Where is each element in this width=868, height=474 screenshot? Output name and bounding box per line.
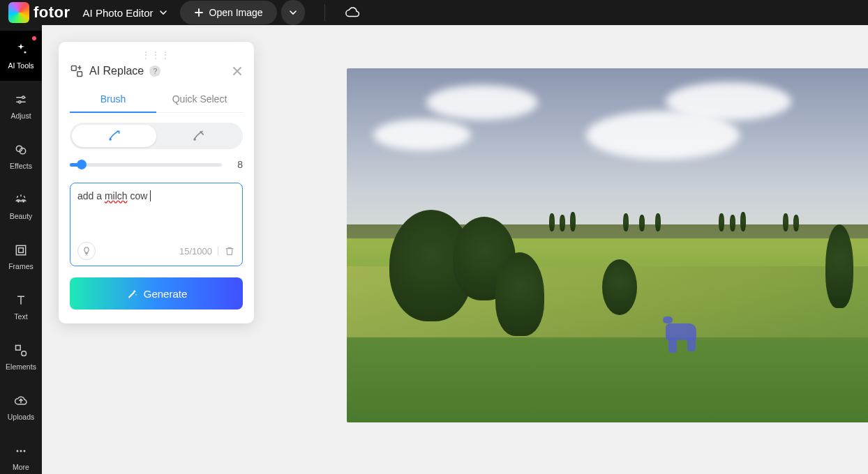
sidebar-item-label: Beauty [10, 212, 33, 220]
brush-mode-toggle [70, 123, 243, 149]
ai-replace-icon [70, 64, 84, 78]
sidebar-item-label: Adjust [10, 112, 31, 120]
generate-label: Generate [144, 288, 188, 300]
cloud-icon [345, 5, 360, 20]
sidebar-item-beauty[interactable]: Beauty [0, 181, 42, 231]
panel-header: AI Replace ? [70, 64, 243, 78]
sidebar-item-label: Effects [10, 162, 32, 170]
sidebar-item-label: Elements [6, 362, 36, 371]
help-icon[interactable]: ? [149, 66, 160, 77]
prompt-textarea[interactable]: add a milch cow [77, 190, 235, 236]
panel-tabs: Brush Quick Select [70, 88, 243, 113]
sidebar-item-label: Text [14, 312, 27, 321]
upload-icon [13, 393, 29, 408]
svg-point-9 [22, 351, 27, 356]
brush-add-icon [107, 129, 121, 143]
sidebar-item-adjust[interactable]: Adjust [0, 81, 42, 131]
generate-button[interactable]: Generate [70, 277, 243, 309]
open-image-group: Open Image [180, 0, 305, 25]
char-count: 15/1000 [179, 246, 212, 257]
canvas-image[interactable] [347, 68, 868, 422]
prompt-input-box: add a milch cow 15/1000 [70, 183, 243, 266]
brush-size-value: 8 [230, 159, 243, 170]
sparkle-icon [13, 42, 29, 57]
editor-mode-label: AI Photo Editor [83, 7, 154, 19]
sidebar-item-elements[interactable]: Elements [0, 332, 42, 382]
sidebar-item-text[interactable]: Text [0, 282, 42, 332]
drag-handle-icon[interactable]: ⋮⋮⋮ [70, 50, 243, 60]
editor-mode-dropdown[interactable]: AI Photo Editor [83, 7, 167, 19]
close-button[interactable] [232, 66, 243, 77]
effects-icon [13, 142, 29, 158]
sidebar: AI Tools Adjust Effects Beauty Frames Te… [0, 25, 42, 474]
cloud-sync-button[interactable] [345, 5, 360, 20]
svg-rect-7 [19, 248, 24, 253]
panel-title-text: AI Replace [89, 65, 144, 77]
more-icon [13, 443, 29, 459]
beauty-icon [13, 192, 29, 208]
divider [218, 246, 218, 256]
ai-replace-panel: ⋮⋮⋮ AI Replace ? Brush Quick Select [59, 42, 254, 323]
sidebar-item-effects[interactable]: Effects [0, 131, 42, 181]
sidebar-item-frames[interactable]: Frames [0, 231, 42, 282]
plus-icon [194, 8, 204, 17]
close-icon [232, 66, 243, 77]
logo-text: fotor [33, 3, 70, 22]
svg-rect-6 [16, 245, 25, 254]
tab-brush[interactable]: Brush [70, 88, 156, 113]
main-area: AI Tools Adjust Effects Beauty Frames Te… [0, 25, 868, 474]
canvas-area: ⋮⋮⋮ AI Replace ? Brush Quick Select [42, 25, 868, 474]
sidebar-item-label: Frames [8, 262, 33, 270]
text-icon [13, 293, 29, 308]
tree [825, 224, 853, 308]
top-bar: fotor AI Photo Editor Open Image [0, 0, 868, 25]
lightbulb-icon [82, 246, 91, 256]
svg-rect-8 [16, 346, 21, 351]
tree [495, 252, 544, 336]
prompt-footer: 15/1000 [77, 242, 235, 260]
svg-rect-14 [77, 72, 82, 77]
prompt-idea-button[interactable] [77, 242, 96, 260]
open-image-dropdown[interactable] [281, 0, 305, 25]
sidebar-item-ai-tools[interactable]: AI Tools [0, 31, 42, 81]
logo-icon [8, 2, 29, 23]
open-image-button[interactable]: Open Image [180, 1, 277, 24]
brush-add-option[interactable] [72, 125, 156, 147]
brush-erase-icon [192, 129, 206, 143]
tree [602, 259, 637, 315]
sidebar-item-label: More [13, 463, 29, 471]
sidebar-item-more[interactable]: More [0, 432, 42, 474]
chevron-down-icon [289, 8, 297, 17]
svg-point-4 [17, 201, 19, 202]
trash-icon [224, 245, 235, 257]
brush-size-slider[interactable] [70, 163, 222, 167]
chevron-down-icon [159, 8, 167, 17]
svg-point-12 [24, 450, 26, 452]
magic-wand-icon [126, 287, 138, 300]
notification-dot-icon [32, 36, 36, 40]
sidebar-item-label: Uploads [8, 413, 35, 421]
panel-title: AI Replace ? [89, 65, 226, 77]
svg-point-16 [193, 138, 195, 140]
sidebar-item-label: AI Tools [8, 61, 33, 70]
logo[interactable]: fotor [8, 2, 70, 23]
shapes-icon [13, 343, 29, 358]
svg-point-0 [22, 96, 24, 98]
divider [324, 4, 325, 21]
svg-rect-13 [72, 66, 77, 71]
slider-thumb[interactable] [77, 160, 87, 169]
tab-quick-select[interactable]: Quick Select [156, 88, 243, 112]
svg-point-5 [23, 201, 24, 202]
svg-point-15 [109, 138, 111, 140]
svg-point-10 [17, 450, 19, 452]
brush-size-row: 8 [70, 159, 243, 170]
brush-erase-option[interactable] [156, 125, 241, 147]
frame-icon [13, 243, 29, 258]
svg-point-11 [20, 450, 22, 452]
svg-point-1 [19, 101, 21, 103]
clear-prompt-button[interactable] [224, 245, 235, 257]
open-image-label: Open Image [209, 7, 263, 18]
sidebar-item-uploads[interactable]: Uploads [0, 382, 42, 432]
sliders-icon [13, 92, 29, 107]
